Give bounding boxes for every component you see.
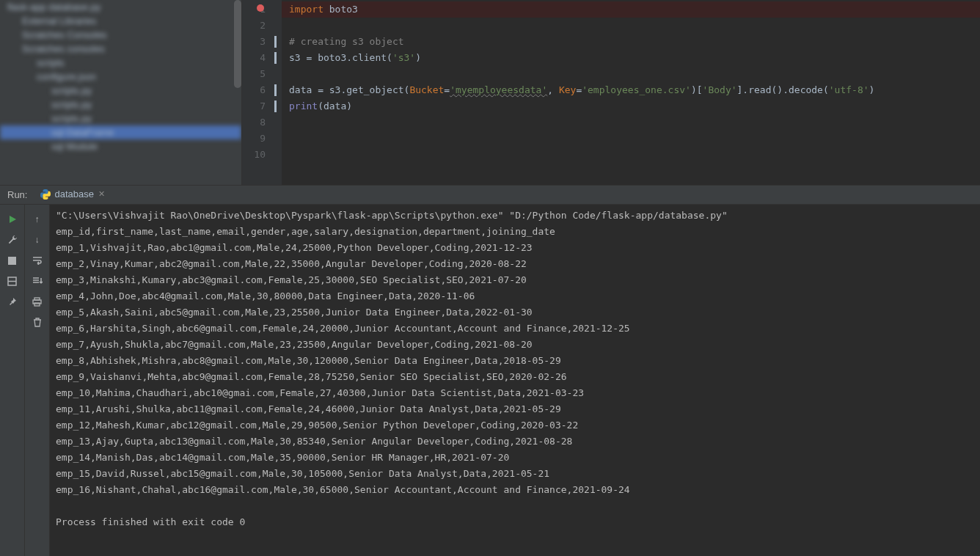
code-line: # creating s3 object	[289, 34, 973, 50]
svg-rect-5	[34, 303, 40, 306]
run-toolbar-left	[0, 205, 25, 556]
code-line	[289, 66, 973, 82]
rerun-button[interactable]	[4, 211, 21, 227]
console-line: emp_1,Vishvajit,Rao,abc1@gmail.com,Male,…	[56, 240, 974, 256]
project-tree[interactable]: flask-app database.py External Libraries…	[0, 0, 242, 185]
breakpoint-icon[interactable]	[257, 4, 264, 12]
up-arrow-icon[interactable]: ↑	[29, 211, 45, 227]
console-line: emp_14,Manish,Das,abc14@gmail.com,Male,3…	[56, 450, 974, 466]
console-line: emp_3,Minakshi,Kumary,abc3@gmail.com,Fem…	[56, 272, 974, 288]
console-line: emp_10,Mahima,Chaudhari,abc10@gmai.com,F…	[56, 385, 974, 401]
tree-item[interactable]: scripts.py	[0, 98, 241, 111]
scrollbar[interactable]	[234, 0, 241, 88]
code-line: s3 = boto3.client('s3')	[289, 50, 973, 66]
console-line: emp_id,first_name,last_name,email,gender…	[56, 224, 974, 240]
console-line: "C:\Users\Vishvajit Rao\OneDrive\Desktop…	[56, 208, 974, 224]
tree-item[interactable]: Scratches consoles	[0, 42, 241, 56]
console-output[interactable]: "C:\Users\Vishvajit Rao\OneDrive\Desktop…	[50, 205, 980, 556]
tree-item[interactable]: scripts.py	[0, 84, 241, 98]
scroll-end-button[interactable]	[29, 273, 45, 289]
tree-item[interactable]: scripts	[0, 56, 241, 70]
stop-button[interactable]	[4, 252, 21, 268]
run-tab[interactable]: database ✕	[34, 186, 111, 203]
run-toolbar-left2: ↑ ↓	[25, 205, 50, 556]
python-icon	[40, 189, 51, 200]
code-area[interactable]: import boto3 # creating s3 object s3 = b…	[282, 0, 980, 185]
pin-button[interactable]	[4, 293, 21, 310]
tree-item[interactable]: scripts.py	[0, 111, 241, 125]
console-line: emp_11,Arushi,Shulka,abc11@gmail.com,Fem…	[56, 401, 974, 417]
code-editor[interactable]: 1 2 3 4 5 6 7 8 9 10 import b	[242, 0, 980, 185]
tree-item[interactable]: Scratches Consoles	[0, 28, 241, 42]
console-line: emp_12,Mahesh,Kumar,abc12@gmail.com,Male…	[56, 417, 974, 434]
tree-item[interactable]: External Libraries	[0, 14, 241, 28]
tree-item[interactable]: configure.json	[0, 70, 241, 84]
console-line: emp_4,John,Doe,abc4@gmail.com,Male,30,80…	[56, 288, 974, 304]
console-line: emp_9,Vaishanvi,Mehta,abc9@gmail.com,Fem…	[56, 369, 974, 385]
console-line: emp_2,Vinay,Kumar,abc2@gmail.com,Male,22…	[56, 256, 974, 272]
tree-item[interactable]: flask-app database.py	[0, 0, 241, 14]
console-line: Process finished with exit code 0	[56, 514, 974, 530]
code-line: import boto3	[282, 1, 980, 18]
wrench-icon[interactable]	[4, 232, 21, 248]
console-line: emp_8,Abhishek,Mishra,abc8@gmail.com,Mal…	[56, 353, 974, 369]
tree-item-selected[interactable]: sql DataFrame	[0, 125, 241, 139]
run-header: Run: database ✕	[0, 186, 980, 205]
code-line	[289, 18, 973, 34]
print-button[interactable]	[29, 293, 45, 310]
console-line: emp_16,Nishant,Chahal,abc16@gmail.com,Ma…	[56, 482, 974, 498]
svg-rect-0	[8, 257, 16, 265]
tree-item[interactable]: sql Module	[0, 139, 241, 153]
layout-button[interactable]	[4, 273, 21, 289]
console-line: emp_15,David,Russel,abc15@gmail.com,Male…	[56, 466, 974, 482]
console-line: emp_13,Ajay,Gupta,abc13@gmail.com,Male,3…	[56, 434, 974, 450]
soft-wrap-button[interactable]	[29, 252, 45, 268]
down-arrow-icon[interactable]: ↓	[29, 232, 45, 248]
line-gutter: 1 2 3 4 5 6 7 8 9 10	[242, 0, 271, 185]
console-line: emp_7,Ayush,Shukla,abc7@gmail.com,Male,2…	[56, 337, 974, 353]
console-line	[56, 498, 974, 514]
console-line: emp_5,Akash,Saini,abc5@gmail.com,Male,23…	[56, 304, 974, 321]
run-label: Run:	[0, 189, 34, 200]
console-line: emp_6,Harshita,Singh,abc6@gmail.com,Fema…	[56, 321, 974, 337]
fold-bar	[271, 0, 282, 185]
run-tab-label: database	[54, 189, 94, 200]
run-panel: Run: database ✕ ↑ ↓	[0, 185, 980, 556]
code-line: data = s3.get_object(Bucket='myemployees…	[289, 82, 973, 98]
close-icon[interactable]: ✕	[98, 189, 105, 199]
delete-button[interactable]	[29, 314, 45, 330]
code-line: print(data)	[289, 98, 973, 114]
